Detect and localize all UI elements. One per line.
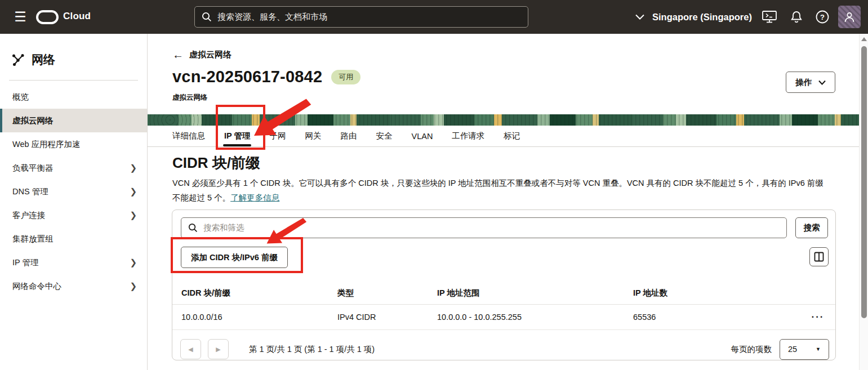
sidebar-item-virtual-cloud-networks[interactable]: 虚拟云网络 [0,109,147,132]
chevron-down-icon [635,14,644,20]
columns-icon [814,252,824,262]
sidebar-item-overview[interactable]: 概览 [0,85,147,109]
sidebar-item-load-balancers[interactable]: 负载平衡器 ❯ [0,156,147,180]
pagination: ◀ ▶ 第 1 页/共 1 页 (第 1 - 1 项/共 1 项) 每页的项数 … [172,337,835,361]
page-title: vcn-20250617-0842 [172,68,322,86]
tab-subnets[interactable]: 子网 [269,126,286,146]
pagination-prev-button[interactable]: ◀ [180,339,201,359]
sidebar-item-label: DNS 管理 [12,186,48,197]
tab-security[interactable]: 安全 [376,126,392,146]
caret-down-icon: ▼ [816,346,821,352]
cell-cidr: 10.0.0.0/16 [172,313,337,322]
main-content: ← 虚拟云网络 vcn-20250617-0842 可用 虚拟云网络 操作 详细… [148,34,859,370]
sidebar-navigation: 网络 概览 虚拟云网络 Web 应用程序加速 负载平衡器 ❯ DNS 管理 ❯ … [0,34,148,370]
per-page-label: 每页的项数 [731,344,772,355]
tab-details[interactable]: 详细信息 [172,126,205,146]
sidebar-item-web-app-acceleration[interactable]: Web 应用程序加速 [0,132,147,156]
scrollbar-up-arrow[interactable] [861,37,867,41]
column-header-cidr: CIDR 块/前缀 [172,288,337,298]
cidr-panel: 搜索和筛选 搜索 添加 CIDR 块/IPv6 前缀 CIDR 块/前缀 类型 … [172,209,836,360]
search-icon [188,223,198,233]
sidebar-item-label: 网络命令中心 [12,281,61,292]
sidebar-item-label: 客户连接 [12,210,45,221]
section-description: VCN 必须至少具有 1 个 CIDR 块。它可以具有多个 CIDR 块，只要这… [172,176,831,205]
filter-search-input[interactable]: 搜索和筛选 [181,217,787,238]
network-icon [11,53,25,66]
sidebar-divider [9,80,138,81]
chevron-right-icon: ❯ [130,281,137,291]
tab-routing[interactable]: 路由 [340,126,357,146]
tab-gateways[interactable]: 网关 [305,126,321,146]
svg-text:?: ? [820,13,825,21]
sidebar-item-label: 概览 [12,92,29,102]
sidebar-item-label: Web 应用程序加速 [12,139,81,150]
chevron-right-icon: ❯ [130,257,137,268]
pagination-label: 第 1 页/共 1 页 (第 1 - 1 项/共 1 项) [249,344,375,355]
back-link-label: 虚拟云网络 [189,50,232,60]
decorative-banner [148,114,859,126]
brand-label: Cloud [63,11,91,22]
detail-tabs: 详细信息 IP 管理 子网 网关 路由 安全 VLAN 工作请求 标记 [148,126,859,147]
column-settings-button[interactable] [809,247,829,266]
global-search-input[interactable]: 搜索资源、服务、文档和市场 [194,6,528,28]
user-avatar[interactable] [838,6,861,28]
column-header-range: IP 地址范围 [437,288,633,298]
cell-range: 10.0.0.0 - 10.0.255.255 [437,313,633,322]
sidebar-item-label: IP 管理 [12,257,38,268]
search-icon [202,12,212,22]
hamburger-menu-icon[interactable]: ☰ [11,8,29,26]
chevron-right-icon: ❯ [130,163,137,173]
cloud-shell-icon[interactable] [759,0,780,34]
scrollbar-thumb[interactable] [861,46,867,318]
region-selector[interactable]: Singapore (Singapore) [635,0,752,34]
region-name: Singapore (Singapore) [652,12,752,23]
tab-work-requests[interactable]: 工作请求 [452,126,484,146]
cell-count: 65536 [633,313,800,322]
add-cidr-block-button[interactable]: 添加 CIDR 块/IPv6 前缀 [181,247,288,268]
back-arrow-icon: ← [172,48,184,61]
search-button[interactable]: 搜索 [795,217,828,238]
learn-more-link[interactable]: 了解更多信息 [230,193,279,202]
page-subtitle: 虚拟云网络 [172,93,208,102]
sidebar-item-ip-management[interactable]: IP 管理 ❯ [0,251,147,274]
tab-tags[interactable]: 标记 [504,126,520,146]
sidebar-title: 网络 [0,34,147,68]
help-icon[interactable]: ? [812,0,833,34]
sidebar-item-label: 虚拟云网络 [12,115,54,126]
status-badge: 可用 [331,70,360,84]
column-header-count: IP 地址数 [633,288,800,298]
cell-type: IPv4 CIDR [337,313,437,322]
sidebar-item-customer-connectivity[interactable]: 客户连接 ❯ [0,203,147,227]
vertical-scrollbar[interactable] [859,34,868,370]
table-header-row: CIDR 块/前缀 类型 IP 地址范围 IP 地址数 [172,282,835,305]
notifications-bell-icon[interactable] [786,0,807,34]
per-page-value: 25 [788,345,797,354]
tab-ip-management[interactable]: IP 管理 [224,126,250,146]
filter-placeholder: 搜索和筛选 [203,222,244,233]
sidebar-title-label: 网络 [32,52,55,68]
chevron-right-icon: ❯ [130,210,137,220]
global-search-placeholder: 搜索资源、服务、文档和市场 [217,12,327,23]
pagination-next-button[interactable]: ▶ [208,339,229,359]
section-title: CIDR 块/前缀 [172,153,260,173]
actions-button-label: 操作 [795,77,812,88]
oracle-logo-icon [36,10,59,24]
actions-button[interactable]: 操作 [786,72,835,93]
sidebar-item-label: 集群放置组 [12,234,54,244]
chevron-down-icon [818,80,826,85]
back-link[interactable]: ← 虚拟云网络 [172,48,232,61]
sidebar-item-network-command-center[interactable]: 网络命令中心 ❯ [0,274,147,298]
tab-vlan[interactable]: VLAN [411,126,433,146]
person-icon [843,11,856,23]
row-actions-menu[interactable]: ··· [800,311,835,323]
column-header-type: 类型 [337,288,437,298]
sidebar-item-cluster-placement-groups[interactable]: 集群放置组 [0,227,147,251]
topbar: ☰ Cloud 搜索资源、服务、文档和市场 Singapore (Singapo… [0,0,868,34]
sidebar-item-dns-management[interactable]: DNS 管理 ❯ [0,180,147,203]
per-page-select[interactable]: 25 ▼ [780,339,829,360]
table-row[interactable]: 10.0.0.0/16 IPv4 CIDR 10.0.0.0 - 10.0.25… [172,305,835,330]
chevron-right-icon: ❯ [130,186,137,197]
sidebar-item-label: 负载平衡器 [12,163,54,173]
